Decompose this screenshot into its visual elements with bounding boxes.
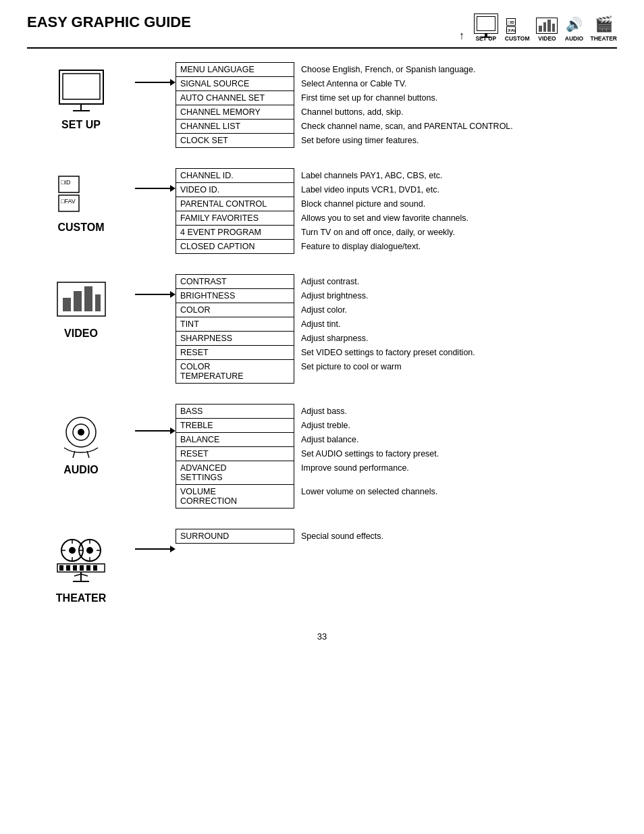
menu-item-name: PARENTAL CONTROL xyxy=(176,197,294,211)
table-row: CHANNEL MEMORYChannel buttons, add, skip… xyxy=(176,105,617,120)
setup-section-left: SET UP xyxy=(27,69,135,131)
custom-table: CHANNEL ID.Label channels PAY1, ABC, CBS… xyxy=(176,168,617,254)
menu-item-desc: Set AUDIO settings to factory preset. xyxy=(294,447,617,461)
svg-point-15 xyxy=(78,429,84,436)
menu-item-name: VOLUME CORRECTION xyxy=(176,485,294,509)
video-section: VIDEO CONTRASTAdjust contrast.BRIGHTNESS… xyxy=(27,274,617,384)
menu-item-name: 4 EVENT PROGRAM xyxy=(176,226,294,240)
menu-item-name: MENU LANGUAGE xyxy=(176,63,294,77)
setup-arrow xyxy=(135,79,176,86)
menu-item-name: FAMILY FAVORITES xyxy=(176,211,294,226)
setup-section: SET UP MENU LANGUAGEChoose English, Fren… xyxy=(27,62,617,148)
svg-rect-31 xyxy=(66,565,70,571)
menu-item-name: AUTO CHANNEL SET xyxy=(176,91,294,105)
setup-icon xyxy=(56,69,107,115)
menu-item-desc: Adjust sharpness. xyxy=(294,332,617,346)
menu-item-name: BRIGHTNESS xyxy=(176,289,294,303)
menu-item-name: SHARPNESS xyxy=(176,332,294,346)
table-row: ADVANCED SETTINGSImprove sound performan… xyxy=(176,461,617,485)
nav-theater: 🎬 THEATER xyxy=(590,15,617,42)
menu-item-name: TREBLE xyxy=(176,419,294,433)
menu-item-desc: Adjust balance. xyxy=(294,433,617,447)
menu-item-name: ADVANCED SETTINGS xyxy=(176,461,294,485)
menu-item-desc: Label video inputs VCR1, DVD1, etc. xyxy=(294,183,617,197)
table-row: COLORAdjust color. xyxy=(176,303,617,317)
menu-item-desc: Adjust tint. xyxy=(294,317,617,332)
audio-label: AUDIO xyxy=(63,464,99,476)
menu-item-name: RESET xyxy=(176,346,294,360)
theater-table: SURROUNDSpecial sound effects. xyxy=(176,529,617,544)
table-row: CHANNEL LISTCheck channel name, scan, an… xyxy=(176,120,617,134)
svg-rect-32 xyxy=(73,565,77,571)
nav-setup: SET UP xyxy=(474,14,498,42)
menu-item-desc: Lower volume on selected channels. xyxy=(294,485,617,509)
svg-rect-11 xyxy=(84,286,92,311)
table-row: CHANNEL ID.Label channels PAY1, ABC, CBS… xyxy=(176,169,617,183)
menu-item-desc: Channel buttons, add, skip. xyxy=(294,105,617,120)
svg-rect-30 xyxy=(59,565,63,571)
menu-item-desc: Adjust treble. xyxy=(294,419,617,433)
custom-icon: □ID □FAV xyxy=(57,175,105,217)
svg-rect-33 xyxy=(80,565,84,571)
svg-rect-10 xyxy=(74,291,82,311)
svg-point-19 xyxy=(69,547,76,554)
page-header: EASY GRAPHIC GUIDE ↑ SET UP □ID □FAV xyxy=(27,14,617,49)
svg-text:□ID: □ID xyxy=(61,179,71,186)
menu-item-name: RESET xyxy=(176,447,294,461)
theater-arrow xyxy=(135,546,176,552)
table-row: BASSAdjust bass. xyxy=(176,405,617,419)
menu-item-desc: Check channel name, scan, and PARENTAL C… xyxy=(294,120,617,134)
theater-section-left: THEATER xyxy=(27,536,135,604)
svg-line-38 xyxy=(74,574,81,576)
custom-arrow xyxy=(135,185,176,192)
menu-item-name: CLOCK SET xyxy=(176,134,294,148)
svg-rect-12 xyxy=(95,294,101,311)
menu-item-desc: Choose English, French, or Spanish langu… xyxy=(294,63,617,77)
custom-section-left: □ID □FAV CUSTOM xyxy=(27,175,135,234)
video-arrow xyxy=(135,291,176,298)
nav-audio: 🔊 AUDIO xyxy=(564,15,583,42)
menu-item-desc: Adjust contrast. xyxy=(294,275,617,289)
table-row: AUTO CHANNEL SETFirst time set up for ch… xyxy=(176,91,617,105)
table-row: CLOCK SETSet before using timer features… xyxy=(176,134,617,148)
audio-table: BASSAdjust bass.TREBLEAdjust treble.BALA… xyxy=(176,404,617,509)
svg-rect-35 xyxy=(93,565,97,571)
menu-item-name: BALANCE xyxy=(176,433,294,447)
custom-label: CUSTOM xyxy=(57,221,104,234)
menu-item-desc: Adjust bass. xyxy=(294,405,617,419)
menu-item-name: SURROUND xyxy=(176,529,294,544)
theater-label: THEATER xyxy=(56,592,106,604)
menu-item-desc: Set before using timer features. xyxy=(294,134,617,148)
menu-item-name: CHANNEL MEMORY xyxy=(176,105,294,120)
table-row: BRIGHTNESSAdjust brightness. xyxy=(176,289,617,303)
menu-item-desc: Adjust brightness. xyxy=(294,289,617,303)
menu-item-desc: Adjust color. xyxy=(294,303,617,317)
menu-item-name: SIGNAL SOURCE xyxy=(176,77,294,91)
table-row: SIGNAL SOURCESelect Antenna or Cable TV. xyxy=(176,77,617,91)
menu-item-name: CLOSED CAPTION xyxy=(176,240,294,254)
table-row: SURROUNDSpecial sound effects. xyxy=(176,529,618,544)
svg-point-21 xyxy=(86,547,93,554)
svg-text:□FAV: □FAV xyxy=(61,198,76,205)
table-row: 4 EVENT PROGRAMTurn TV on and off once, … xyxy=(176,226,617,240)
menu-item-desc: Select Antenna or Cable TV. xyxy=(294,77,617,91)
table-row: CLOSED CAPTIONFeature to display dialogu… xyxy=(176,240,617,254)
menu-item-desc: Improve sound performance. xyxy=(294,461,617,485)
table-row: TINTAdjust tint. xyxy=(176,317,617,332)
setup-label: SET UP xyxy=(61,119,101,131)
menu-item-desc: Special sound effects. xyxy=(294,529,618,544)
nav-icons: ↑ SET UP □ID □FAV CUSTOM xyxy=(459,14,617,42)
menu-item-desc: Block channel picture and sound. xyxy=(294,197,617,211)
menu-item-desc: Set VIDEO settings to factory preset con… xyxy=(294,346,617,360)
table-row: VIDEO ID.Label video inputs VCR1, DVD1, … xyxy=(176,183,617,197)
menu-item-name: CHANNEL LIST xyxy=(176,120,294,134)
audio-section: AUDIO BASSAdjust bass.TREBLEAdjust trebl… xyxy=(27,404,617,509)
menu-item-name: VIDEO ID. xyxy=(176,183,294,197)
theater-section: THEATER SURROUNDSpecial sound effects. xyxy=(27,529,617,604)
table-row: FAMILY FAVORITESAllows you to set and vi… xyxy=(176,211,617,226)
menu-item-name: CONTRAST xyxy=(176,275,294,289)
nav-video: VIDEO xyxy=(536,18,558,42)
page-title: EASY GRAPHIC GUIDE xyxy=(27,14,191,31)
table-row: SHARPNESSAdjust sharpness. xyxy=(176,332,617,346)
video-section-left: VIDEO xyxy=(27,281,135,340)
